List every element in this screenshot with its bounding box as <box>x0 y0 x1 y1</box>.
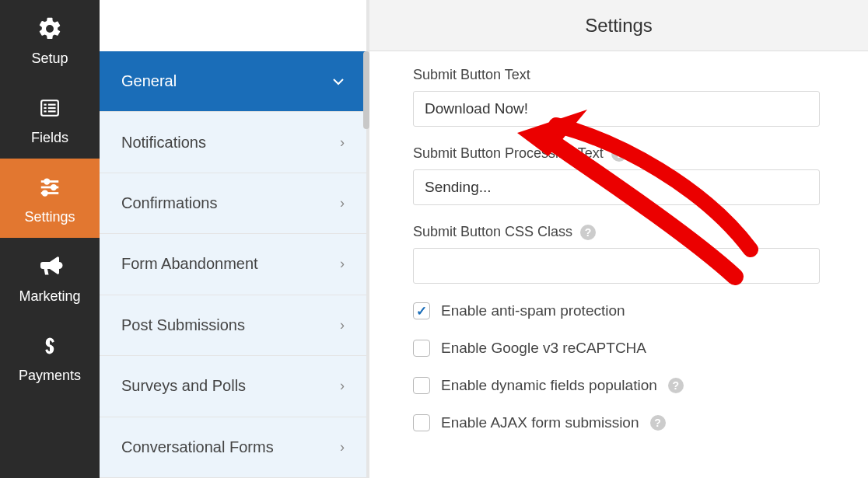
gear-icon <box>34 13 65 44</box>
chevron-right-icon: › <box>340 317 345 333</box>
rail-label: Payments <box>19 368 81 384</box>
submit-text-label: Submit Button Text <box>413 67 820 83</box>
svg-point-12 <box>43 190 47 195</box>
rail-item-setup[interactable]: Setup <box>0 0 100 79</box>
submit-css-input[interactable] <box>413 248 820 284</box>
form-body: Submit Button Text Submit Button Process… <box>369 51 868 478</box>
rail-label: Settings <box>24 209 75 225</box>
subnav-label: Post Submissions <box>121 316 245 334</box>
chevron-down-icon <box>332 73 345 89</box>
checkbox-dynamic-fields[interactable] <box>413 377 430 394</box>
rail-label: Setup <box>31 51 68 67</box>
checkbox-label: Enable dynamic fields population <box>441 377 657 394</box>
rail-item-fields[interactable]: Fields <box>0 79 100 159</box>
subnav-item-post-submissions[interactable]: Post Submissions› <box>100 295 366 356</box>
subnav-item-form-abandonment[interactable]: Form Abandonment› <box>100 234 366 295</box>
subnav-label: Form Abandonment <box>121 255 258 273</box>
subnav-label: Conversational Forms <box>121 438 274 456</box>
subnav-item-conversational-forms[interactable]: Conversational Forms› <box>100 417 366 478</box>
page-title: Settings <box>369 0 868 51</box>
rail-item-payments[interactable]: Payments <box>0 317 100 396</box>
checkbox-antispam[interactable]: ✓ <box>413 302 430 319</box>
svg-rect-5 <box>44 110 46 112</box>
submit-processing-input[interactable] <box>413 169 820 205</box>
settings-subnav: General Notifications› Confirmations› Fo… <box>100 0 369 478</box>
rail-item-marketing[interactable]: Marketing <box>0 238 100 317</box>
submit-text-input[interactable] <box>413 91 820 127</box>
subnav-item-general[interactable]: General <box>100 51 366 112</box>
subnav-label: General <box>121 72 177 90</box>
svg-point-8 <box>45 179 50 183</box>
checkbox-ajax[interactable] <box>413 414 430 431</box>
svg-point-10 <box>51 185 56 190</box>
svg-rect-2 <box>48 103 56 105</box>
svg-rect-3 <box>44 106 46 108</box>
list-icon <box>34 92 65 124</box>
dollar-icon <box>34 330 65 361</box>
help-icon[interactable]: ? <box>611 146 627 162</box>
subnav-item-confirmations[interactable]: Confirmations› <box>100 173 366 234</box>
submit-processing-label: Submit Button Processing Text <box>413 145 604 162</box>
subnav-label: Surveys and Polls <box>121 377 246 395</box>
sliders-icon <box>34 172 65 203</box>
checkbox-label: Enable AJAX form submission <box>441 414 639 431</box>
chevron-right-icon: › <box>340 134 345 151</box>
checkbox-label: Enable Google v3 reCAPTCHA <box>441 340 646 357</box>
submit-css-label: Submit Button CSS Class <box>413 224 572 240</box>
chevron-right-icon: › <box>340 378 345 394</box>
chevron-right-icon: › <box>340 439 345 455</box>
svg-rect-6 <box>48 110 56 112</box>
help-icon[interactable]: ? <box>580 225 596 240</box>
subnav-item-surveys-polls[interactable]: Surveys and Polls› <box>100 356 366 417</box>
subnav-item-notifications[interactable]: Notifications› <box>100 112 366 173</box>
chevron-right-icon: › <box>340 195 345 211</box>
scrollbar[interactable] <box>363 51 369 129</box>
svg-rect-4 <box>48 106 56 108</box>
main-panel: Settings Submit Button Text Submit Butto… <box>369 0 868 478</box>
chevron-right-icon: › <box>340 256 345 272</box>
svg-rect-1 <box>44 103 46 105</box>
left-rail: Setup Fields Settings Marketing Payments <box>0 0 100 478</box>
subnav-label: Confirmations <box>121 194 217 212</box>
subnav-label: Notifications <box>121 134 206 152</box>
checkbox-label: Enable anti-spam protection <box>441 302 625 319</box>
rail-label: Marketing <box>19 288 80 305</box>
help-icon[interactable]: ? <box>650 415 666 431</box>
rail-label: Fields <box>31 130 68 146</box>
bullhorn-icon <box>34 251 65 282</box>
checkbox-recaptcha[interactable] <box>413 340 430 357</box>
rail-item-settings[interactable]: Settings <box>0 159 100 238</box>
help-icon[interactable]: ? <box>668 378 684 393</box>
